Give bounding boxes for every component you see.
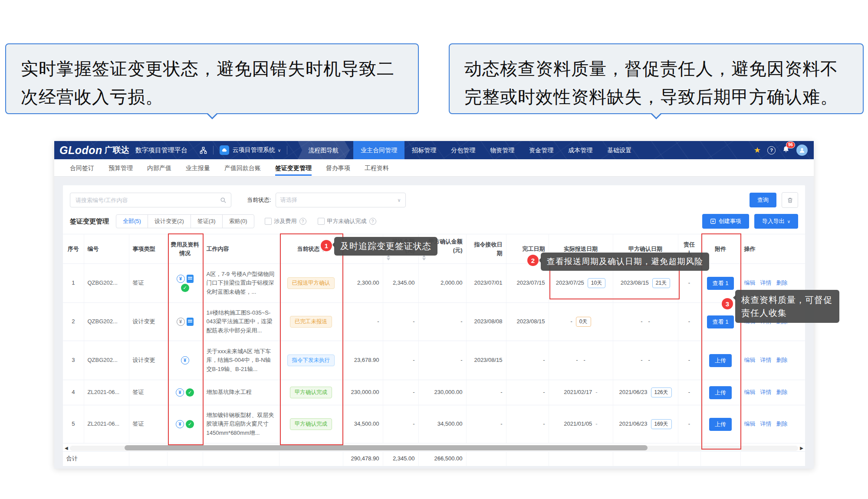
- action-link[interactable]: 删除: [776, 279, 788, 286]
- nav-item[interactable]: 招标管理: [404, 141, 444, 159]
- cell: -: [506, 405, 549, 443]
- column-header-label: 附件: [715, 246, 726, 252]
- cell: -: [678, 303, 700, 341]
- favorite-star-icon[interactable]: ★: [754, 145, 761, 155]
- scroll-right-icon[interactable]: ▶: [800, 446, 803, 451]
- column-header: 操作: [740, 234, 805, 264]
- sort-icon[interactable]: [387, 255, 415, 260]
- subnav-tab[interactable]: 合同签订: [70, 160, 94, 176]
- search-box[interactable]: [70, 193, 231, 207]
- nav-item[interactable]: 资金管理: [522, 141, 561, 159]
- column-header-label: 费用及资料情况: [171, 241, 199, 256]
- summary-cell: [700, 452, 740, 466]
- cell: 2,300.00: [343, 264, 383, 303]
- system-switcher[interactable]: 云项目管理系统: [233, 146, 275, 154]
- checkbox-group: 涉及费用?甲方未确认完成?: [265, 217, 376, 225]
- notification-bell-icon[interactable]: 96: [782, 145, 790, 155]
- summary-cell: [203, 452, 279, 466]
- cell: 3: [63, 341, 84, 380]
- query-button[interactable]: 查询: [750, 193, 776, 207]
- action-link[interactable]: 详情: [760, 389, 772, 395]
- filter-chip[interactable]: 索赔(0): [222, 214, 254, 228]
- cell: 2,000.00: [418, 264, 466, 303]
- cell: 2021/06/23169天: [613, 405, 678, 443]
- divider: [287, 146, 287, 154]
- date-value: 2021/01/05: [564, 420, 592, 428]
- status-filter-label: 当前状态:: [247, 196, 271, 204]
- column-header: 序号: [63, 234, 84, 264]
- subnav-tab[interactable]: 预算管理: [108, 160, 133, 176]
- cell: 2021/06/23126天: [613, 380, 678, 405]
- subnav-tab[interactable]: 签证变更管理: [275, 160, 312, 176]
- clear-button[interactable]: [782, 192, 798, 208]
- action-link[interactable]: 详情: [760, 420, 772, 427]
- flow-nav-button[interactable]: 流程图导航: [298, 141, 350, 159]
- column-header: 编号: [84, 234, 129, 264]
- action-link[interactable]: 删除: [776, 420, 788, 427]
- brand-name: 广联达: [105, 144, 129, 156]
- status-select[interactable]: 请选择 ∨: [276, 193, 406, 207]
- nav-item[interactable]: 基础设置: [600, 141, 639, 159]
- annotation-tooltip-2: 查看报送周期及确认日期，避免超期风险: [541, 253, 709, 271]
- subnav: 合同签订预算管理内部产值业主报量产值回款台账签证变更管理督办事项工程资料: [54, 159, 814, 177]
- summary-cell: [549, 452, 613, 466]
- import-export-button[interactable]: 导入导出 ∨: [754, 214, 798, 229]
- table-row: 2QZBG202...设计变更¥1#楼结构施工图S-035~S-043梁平法施工…: [63, 303, 805, 341]
- subnav-tab[interactable]: 工程资料: [365, 160, 389, 176]
- check-icon: ✓: [181, 284, 189, 292]
- action-link[interactable]: 编辑: [744, 389, 756, 395]
- cell: 增加镀锌钢板型材、双层夹胶玻璃开启扇防火窗尺寸1450mm*680mm增...: [203, 405, 279, 443]
- status-badge: 指令下发未执行: [287, 355, 335, 366]
- action-link[interactable]: 删除: [776, 357, 788, 363]
- subnav-tab[interactable]: 内部产值: [147, 160, 171, 176]
- scrollbar-thumb[interactable]: [125, 445, 648, 450]
- sort-icon[interactable]: [422, 255, 463, 260]
- attachment-button[interactable]: 上传: [709, 418, 732, 431]
- org-structure-icon[interactable]: [200, 147, 207, 154]
- user-avatar[interactable]: [796, 144, 808, 156]
- column-header-label: 事项类型: [133, 246, 155, 252]
- filter-chip[interactable]: 设计变更(2): [148, 214, 191, 228]
- checkbox-box[interactable]: [265, 218, 272, 225]
- scroll-left-icon[interactable]: ◀: [65, 446, 68, 451]
- action-link[interactable]: 编辑: [744, 279, 756, 286]
- attachment-button[interactable]: 上传: [709, 354, 732, 367]
- filter-checkbox[interactable]: 涉及费用?: [265, 217, 306, 225]
- attachment-button[interactable]: 查看 1: [707, 315, 734, 328]
- attachment-button[interactable]: 查看 1: [707, 277, 734, 290]
- cell: 上传: [700, 380, 740, 405]
- subnav-tab[interactable]: 督办事项: [326, 160, 350, 176]
- nav-item[interactable]: 物资管理: [483, 141, 522, 159]
- nav-item[interactable]: 成本管理: [561, 141, 600, 159]
- search-icon[interactable]: [220, 197, 227, 204]
- cost-yuan-icon: ¥: [177, 275, 185, 283]
- nav-item[interactable]: 分包管理: [444, 141, 483, 159]
- cell: 上传: [700, 405, 740, 443]
- attachment-button[interactable]: 上传: [709, 386, 732, 399]
- filter-checkbox[interactable]: 甲方未确认完成?: [318, 217, 376, 225]
- cell: 签证: [129, 405, 167, 443]
- nav-item[interactable]: 业主合同管理: [353, 141, 404, 159]
- subnav-tab[interactable]: 产值回款台账: [224, 160, 261, 176]
- cell: -: [506, 380, 549, 405]
- action-link[interactable]: 详情: [760, 279, 772, 286]
- main-panel: 当前状态: 请选择 ∨ 查询 签证变更管理 全部(5)设计变更(2)签证(3)索…: [63, 185, 805, 465]
- action-link[interactable]: 删除: [776, 389, 788, 395]
- action-link[interactable]: 编辑: [744, 420, 756, 427]
- action-link[interactable]: 编辑: [744, 357, 756, 363]
- search-input[interactable]: [75, 197, 216, 204]
- cell: -: [343, 303, 383, 341]
- cell: 甲方确认完成: [279, 380, 343, 405]
- create-item-label: 创建事项: [719, 217, 741, 225]
- cell: 2023/07/01: [466, 264, 506, 303]
- chevron-down-icon[interactable]: ∨: [278, 148, 281, 153]
- filter-chip[interactable]: 全部(5): [116, 214, 148, 228]
- subnav-tab[interactable]: 业主报量: [186, 160, 210, 176]
- action-link[interactable]: 详情: [760, 357, 772, 363]
- cell: -: [466, 380, 506, 405]
- help-icon[interactable]: ?: [767, 146, 776, 154]
- checkbox-box[interactable]: [318, 218, 325, 225]
- create-item-button[interactable]: 创建事项: [702, 214, 749, 229]
- filter-chip[interactable]: 签证(3): [191, 214, 223, 228]
- status-badge: 已报送甲方确认: [287, 277, 335, 289]
